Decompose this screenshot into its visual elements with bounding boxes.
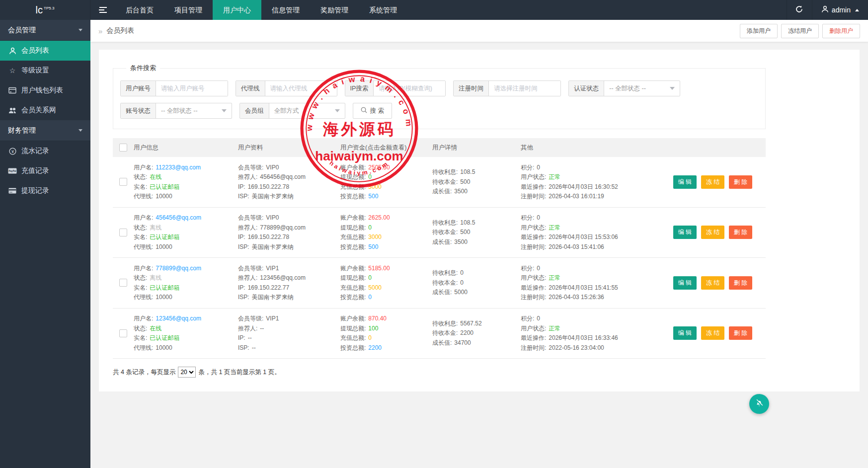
agent-line-value: 10000 bbox=[156, 344, 172, 352]
agent-input[interactable] bbox=[265, 81, 337, 96]
member-group-select[interactable]: 全部方式 bbox=[269, 103, 345, 118]
online-status: 离线 bbox=[150, 224, 161, 232]
table-row: 用户名:456456@qq.com 状态:离线 实名:已认证邮箱 代理线:100… bbox=[113, 208, 766, 258]
regtime-input[interactable] bbox=[489, 81, 560, 96]
delete-button[interactable]: 删 除 bbox=[729, 326, 752, 340]
sidebar-item-withdraw-records[interactable]: 提现记录 bbox=[0, 181, 90, 201]
header-other: 其他 bbox=[521, 144, 660, 152]
ip-input[interactable] bbox=[374, 81, 445, 96]
growth-value: 5000 bbox=[454, 288, 468, 297]
freeze-button[interactable]: 冻 结 bbox=[701, 226, 724, 239]
delete-button[interactable]: 删 除 bbox=[729, 226, 752, 239]
interest-value: 108.5 bbox=[460, 168, 475, 176]
last-op-value: 2026年04月03日 16:33:46 bbox=[549, 334, 618, 342]
balance-amount[interactable]: 2625.00 bbox=[368, 214, 390, 222]
member-group-group: 会员组 全部方式 bbox=[239, 103, 345, 119]
username-link[interactable]: 112233@qq.com bbox=[156, 163, 201, 172]
yen-circle-icon: ¥ bbox=[8, 148, 17, 155]
menu-toggle-icon[interactable] bbox=[90, 0, 115, 20]
invest-amount[interactable]: 0 bbox=[368, 293, 372, 302]
edit-button[interactable]: 编 辑 bbox=[673, 175, 697, 189]
edit-button[interactable]: 编 辑 bbox=[673, 326, 697, 340]
points-value: 0 bbox=[537, 314, 540, 323]
nav-item-projects[interactable]: 项目管理 bbox=[164, 0, 213, 20]
per-page-select[interactable]: 20 bbox=[178, 367, 196, 378]
sidebar-item-level-settings[interactable]: ☆ 等级设置 bbox=[0, 61, 90, 80]
agent-line-value: 10000 bbox=[156, 293, 172, 302]
delete-button[interactable]: 删 除 bbox=[729, 276, 752, 290]
member-table: 用户信息 用户资料 用户资金(点击金额查看) 用户详情 其他 用户名:11223… bbox=[113, 138, 766, 359]
isp-value: -- bbox=[252, 344, 256, 352]
edit-button[interactable]: 编 辑 bbox=[673, 226, 697, 239]
header-user-info: 用户信息 bbox=[134, 144, 238, 152]
username-link[interactable]: 123456@qq.com bbox=[156, 314, 201, 323]
freeze-button[interactable]: 冻 结 bbox=[701, 276, 724, 290]
sidebar-item-label: 等级设置 bbox=[21, 66, 49, 75]
nav-item-home[interactable]: 后台首页 bbox=[115, 0, 164, 20]
nav-item-system[interactable]: 系统管理 bbox=[359, 0, 407, 20]
chevron-up-icon bbox=[855, 9, 859, 11]
sidebar-item-relations[interactable]: 会员关系网 bbox=[0, 100, 90, 120]
auth-status-select[interactable]: -- 全部状态 -- bbox=[604, 81, 680, 96]
content-card: 条件搜索 用户账号 代理线 IP搜索 注册时间 bbox=[99, 50, 860, 391]
header-user-funds: 用户资金(点击金额查看) bbox=[340, 144, 432, 152]
withdraw-amount[interactable]: 0 bbox=[368, 274, 372, 282]
withdraw-amount[interactable]: 100 bbox=[368, 324, 378, 333]
delete-user-button[interactable]: 删除用户 bbox=[822, 24, 860, 38]
recharge-amount[interactable]: 3000 bbox=[368, 233, 382, 241]
nav-item-user-center[interactable]: 用户中心 bbox=[213, 0, 261, 20]
notification-fab-button[interactable] bbox=[749, 394, 769, 414]
sidebar-group-members[interactable]: 会员管理 bbox=[0, 20, 90, 41]
invest-amount[interactable]: 500 bbox=[368, 243, 378, 251]
recharge-amount[interactable]: 3000 bbox=[368, 183, 382, 191]
sidebar-item-label: 会员关系网 bbox=[21, 106, 56, 115]
chevron-down-icon bbox=[79, 29, 82, 31]
sidebar-item-member-list[interactable]: 会员列表 bbox=[0, 41, 90, 61]
username-link[interactable]: 778899@qq.com bbox=[156, 264, 201, 273]
delete-button[interactable]: 删 除 bbox=[729, 175, 752, 189]
edit-button[interactable]: 编 辑 bbox=[673, 276, 697, 290]
user-menu[interactable]: admin bbox=[812, 0, 868, 20]
page-title: 会员列表 bbox=[106, 26, 134, 35]
balance-amount[interactable]: 870.40 bbox=[368, 314, 387, 323]
row-checkbox[interactable] bbox=[119, 279, 127, 287]
account-input[interactable] bbox=[156, 81, 228, 96]
svg-text:PayPal: PayPal bbox=[8, 170, 16, 172]
recharge-amount[interactable]: 0 bbox=[368, 334, 372, 342]
freeze-user-button[interactable]: 冻结用户 bbox=[781, 24, 819, 38]
nav-item-info[interactable]: 信息管理 bbox=[261, 0, 310, 20]
balance-amount[interactable]: 5185.00 bbox=[368, 264, 390, 273]
row-checkbox[interactable] bbox=[119, 329, 127, 337]
search-button[interactable]: 搜 索 bbox=[353, 103, 392, 119]
freeze-button[interactable]: 冻 结 bbox=[701, 175, 724, 189]
balance-amount[interactable]: 2505.50 bbox=[368, 163, 390, 172]
app-logo: lcTP5.3 bbox=[0, 0, 90, 20]
search-button-label: 搜 索 bbox=[370, 107, 384, 115]
svg-text:¥: ¥ bbox=[11, 149, 14, 154]
nav-item-rewards[interactable]: 奖励管理 bbox=[310, 0, 359, 20]
sidebar-item-recharge-records[interactable]: PayPal 充值记录 bbox=[0, 161, 90, 181]
invest-amount[interactable]: 500 bbox=[368, 192, 378, 201]
sidebar-item-wallet-list[interactable]: 用户钱包列表 bbox=[0, 80, 90, 100]
auth-status-label: 认证状态 bbox=[569, 81, 604, 96]
username-link[interactable]: 456456@qq.com bbox=[156, 214, 201, 222]
withdraw-amount[interactable]: 0 bbox=[368, 173, 372, 181]
wallet-icon bbox=[8, 87, 17, 94]
dropdown-arrow-icon bbox=[335, 109, 340, 112]
reg-time-value: 2026-04-03 15:41:06 bbox=[549, 243, 604, 251]
invest-amount[interactable]: 2200 bbox=[368, 344, 382, 352]
select-all-checkbox[interactable] bbox=[119, 144, 127, 152]
withdraw-amount[interactable]: 0 bbox=[368, 224, 372, 232]
sidebar-group-finance[interactable]: 财务管理 bbox=[0, 120, 90, 141]
user-status-value: 正常 bbox=[549, 324, 560, 333]
refresh-button[interactable] bbox=[787, 0, 812, 20]
account-status-select[interactable]: -- 全部状态 -- bbox=[156, 103, 232, 118]
freeze-button[interactable]: 冻 结 bbox=[701, 326, 724, 340]
recharge-amount[interactable]: 5000 bbox=[368, 284, 382, 292]
level-value: VIP1 bbox=[266, 314, 279, 323]
row-checkbox[interactable] bbox=[119, 229, 127, 236]
add-user-button[interactable]: 添加用户 bbox=[740, 24, 778, 38]
table-row: 用户名:112233@qq.com 状态:在线 实名:已认证邮箱 代理线:100… bbox=[113, 157, 766, 208]
row-checkbox[interactable] bbox=[119, 178, 127, 186]
sidebar-item-flow-records[interactable]: ¥ 流水记录 bbox=[0, 141, 90, 161]
